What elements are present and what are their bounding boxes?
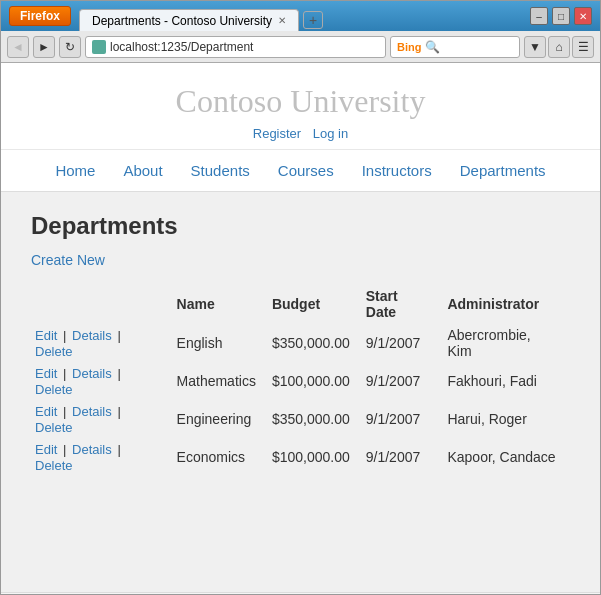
address-bar: ◄ ► ↻ localhost:1235/Department Bing 🔍 ▼… [1, 31, 600, 63]
row-0-actions: Edit | Details | Delete [31, 324, 173, 362]
col-name-header: Name [173, 284, 268, 324]
nav-courses[interactable]: Courses [264, 158, 348, 183]
row-2-name: Engineering [173, 400, 268, 438]
nav-about[interactable]: About [109, 158, 176, 183]
row-2-details-link[interactable]: Details [72, 404, 112, 419]
firefox-button[interactable]: Firefox [9, 6, 71, 26]
title-bar: Firefox Departments - Contoso University… [1, 1, 600, 31]
row-0-administrator: Abercrombie, Kim [443, 324, 570, 362]
close-button[interactable]: ✕ [574, 7, 592, 25]
nav-students[interactable]: Students [177, 158, 264, 183]
row-0-delete-link[interactable]: Delete [35, 344, 73, 359]
action-separator: | [114, 328, 121, 343]
main-content: Departments Create New Name Budget Start… [1, 192, 600, 592]
action-separator: | [59, 328, 70, 343]
page-content: Contoso University Register Log in Home … [1, 63, 600, 594]
forward-button[interactable]: ► [33, 36, 55, 58]
toolbar-buttons: ▼ ⌂ ☰ [524, 36, 594, 58]
row-1-name: Mathematics [173, 362, 268, 400]
search-icon: 🔍 [425, 40, 440, 54]
site-title: Contoso University [1, 83, 600, 120]
auth-links: Register Log in [1, 126, 600, 141]
refresh-button[interactable]: ↻ [59, 36, 81, 58]
departments-table: Name Budget Start Date Administrator Edi… [31, 284, 570, 476]
bing-logo: Bing [397, 41, 421, 53]
create-new-link[interactable]: Create New [31, 252, 105, 268]
site-header: Contoso University Register Log in Home … [1, 63, 600, 192]
row-3-edit-link[interactable]: Edit [35, 442, 57, 457]
action-separator: | [114, 442, 121, 457]
row-0-edit-link[interactable]: Edit [35, 328, 57, 343]
window-controls: – □ ✕ [530, 7, 592, 25]
action-separator: | [59, 404, 70, 419]
action-separator: | [114, 366, 121, 381]
table-row: Edit | Details | DeleteEconomics$100,000… [31, 438, 570, 476]
row-0-details-link[interactable]: Details [72, 328, 112, 343]
table-header-row: Name Budget Start Date Administrator [31, 284, 570, 324]
action-separator: | [59, 442, 70, 457]
action-separator: | [114, 404, 121, 419]
row-3-delete-link[interactable]: Delete [35, 458, 73, 473]
row-1-details-link[interactable]: Details [72, 366, 112, 381]
nav-instructors[interactable]: Instructors [348, 158, 446, 183]
url-bar[interactable]: localhost:1235/Department [85, 36, 386, 58]
row-3-budget: $100,000.00 [268, 438, 362, 476]
new-tab-button[interactable]: + [303, 11, 323, 29]
url-icon [92, 40, 106, 54]
search-bar[interactable]: Bing 🔍 [390, 36, 520, 58]
site-nav: Home About Students Courses Instructors … [1, 149, 600, 191]
tab-bar: Departments - Contoso University ✕ + [79, 1, 530, 31]
row-0-start-date: 9/1/2007 [362, 324, 444, 362]
site-footer: © 2013 - Contoso University [1, 592, 600, 594]
browser-window: Firefox Departments - Contoso University… [0, 0, 601, 595]
download-button[interactable]: ▼ [524, 36, 546, 58]
register-link[interactable]: Register [253, 126, 301, 141]
col-actions-header [31, 284, 173, 324]
row-3-details-link[interactable]: Details [72, 442, 112, 457]
nav-home[interactable]: Home [41, 158, 109, 183]
row-0-name: English [173, 324, 268, 362]
row-1-actions: Edit | Details | Delete [31, 362, 173, 400]
menu-button[interactable]: ☰ [572, 36, 594, 58]
row-2-actions: Edit | Details | Delete [31, 400, 173, 438]
table-row: Edit | Details | DeleteMathematics$100,0… [31, 362, 570, 400]
tab-close-icon[interactable]: ✕ [278, 15, 286, 26]
row-1-delete-link[interactable]: Delete [35, 382, 73, 397]
row-0-budget: $350,000.00 [268, 324, 362, 362]
row-2-start-date: 9/1/2007 [362, 400, 444, 438]
row-1-start-date: 9/1/2007 [362, 362, 444, 400]
active-tab[interactable]: Departments - Contoso University ✕ [79, 9, 299, 31]
row-2-delete-link[interactable]: Delete [35, 420, 73, 435]
minimize-button[interactable]: – [530, 7, 548, 25]
row-1-administrator: Fakhouri, Fadi [443, 362, 570, 400]
row-3-actions: Edit | Details | Delete [31, 438, 173, 476]
table-row: Edit | Details | DeleteEnglish$350,000.0… [31, 324, 570, 362]
row-3-administrator: Kapoor, Candace [443, 438, 570, 476]
tab-title: Departments - Contoso University [92, 14, 272, 28]
login-link[interactable]: Log in [313, 126, 348, 141]
table-row: Edit | Details | DeleteEngineering$350,0… [31, 400, 570, 438]
row-2-edit-link[interactable]: Edit [35, 404, 57, 419]
url-text: localhost:1235/Department [110, 40, 253, 54]
page-heading: Departments [31, 212, 570, 240]
action-separator: | [59, 366, 70, 381]
back-button[interactable]: ◄ [7, 36, 29, 58]
col-startdate-header: Start Date [362, 284, 444, 324]
nav-departments[interactable]: Departments [446, 158, 560, 183]
maximize-button[interactable]: □ [552, 7, 570, 25]
home-button[interactable]: ⌂ [548, 36, 570, 58]
row-1-budget: $100,000.00 [268, 362, 362, 400]
row-3-name: Economics [173, 438, 268, 476]
col-budget-header: Budget [268, 284, 362, 324]
col-admin-header: Administrator [443, 284, 570, 324]
row-3-start-date: 9/1/2007 [362, 438, 444, 476]
row-2-budget: $350,000.00 [268, 400, 362, 438]
row-1-edit-link[interactable]: Edit [35, 366, 57, 381]
row-2-administrator: Harui, Roger [443, 400, 570, 438]
